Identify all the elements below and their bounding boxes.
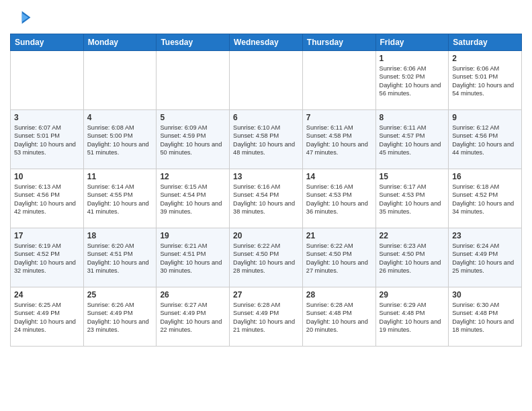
day-number: 13 [233,172,299,181]
day-cell-5: 5Sunrise: 6:09 AM Sunset: 4:59 PM Daylig… [157,110,230,169]
day-info: Sunrise: 6:30 AM Sunset: 4:48 PM Dayligh… [452,301,518,334]
week-row-4: 17Sunrise: 6:19 AM Sunset: 4:52 PM Dayli… [11,228,522,287]
day-cell-29: 29Sunrise: 6:29 AM Sunset: 4:48 PM Dayli… [375,287,449,347]
day-number: 5 [160,113,226,122]
day-number: 10 [14,172,80,181]
day-cell-28: 28Sunrise: 6:28 AM Sunset: 4:48 PM Dayli… [302,287,375,347]
day-info: Sunrise: 6:15 AM Sunset: 4:54 PM Dayligh… [160,183,226,216]
empty-cell [302,51,375,110]
day-info: Sunrise: 6:22 AM Sunset: 4:50 PM Dayligh… [233,242,299,275]
week-row-1: 1Sunrise: 6:06 AM Sunset: 5:02 PM Daylig… [11,51,522,110]
day-info: Sunrise: 6:25 AM Sunset: 4:49 PM Dayligh… [14,301,80,334]
day-cell-10: 10Sunrise: 6:13 AM Sunset: 4:56 PM Dayli… [11,169,84,228]
day-info: Sunrise: 6:16 AM Sunset: 4:54 PM Dayligh… [233,183,299,216]
day-number: 28 [306,290,372,300]
weekday-header-saturday: Saturday [449,34,522,51]
day-info: Sunrise: 6:08 AM Sunset: 5:00 PM Dayligh… [87,124,153,157]
day-cell-27: 27Sunrise: 6:28 AM Sunset: 4:49 PM Dayli… [230,287,303,347]
weekday-header-friday: Friday [375,34,449,51]
day-info: Sunrise: 6:14 AM Sunset: 4:55 PM Dayligh… [87,183,153,216]
empty-cell [11,51,84,110]
weekday-header-monday: Monday [83,34,157,51]
day-cell-17: 17Sunrise: 6:19 AM Sunset: 4:52 PM Dayli… [11,228,84,287]
day-info: Sunrise: 6:11 AM Sunset: 4:58 PM Dayligh… [306,124,372,157]
empty-cell [83,51,157,110]
day-number: 29 [380,290,445,300]
day-number: 2 [452,54,518,63]
day-number: 22 [380,231,445,240]
day-number: 19 [160,231,226,240]
day-number: 3 [14,113,80,122]
day-cell-23: 23Sunrise: 6:24 AM Sunset: 4:49 PM Dayli… [449,228,522,287]
day-info: Sunrise: 6:09 AM Sunset: 4:59 PM Dayligh… [160,124,226,157]
day-cell-24: 24Sunrise: 6:25 AM Sunset: 4:49 PM Dayli… [11,287,84,347]
weekday-header-wednesday: Wednesday [230,34,303,51]
empty-cell [230,51,303,110]
day-number: 12 [160,172,226,181]
day-info: Sunrise: 6:18 AM Sunset: 4:52 PM Dayligh… [452,183,518,216]
week-row-5: 24Sunrise: 6:25 AM Sunset: 4:49 PM Dayli… [11,287,522,347]
day-cell-19: 19Sunrise: 6:21 AM Sunset: 4:51 PM Dayli… [157,228,230,287]
day-cell-2: 2Sunrise: 6:06 AM Sunset: 5:01 PM Daylig… [449,51,522,110]
calendar-table: SundayMondayTuesdayWednesdayThursdayFrid… [10,34,522,347]
empty-cell [157,51,230,110]
week-row-3: 10Sunrise: 6:13 AM Sunset: 4:56 PM Dayli… [11,169,522,228]
day-cell-8: 8Sunrise: 6:11 AM Sunset: 4:57 PM Daylig… [375,110,449,169]
day-number: 7 [306,113,372,122]
page: SundayMondayTuesdayWednesdayThursdayFrid… [0,0,532,357]
day-cell-15: 15Sunrise: 6:17 AM Sunset: 4:53 PM Dayli… [375,169,449,228]
day-cell-14: 14Sunrise: 6:16 AM Sunset: 4:53 PM Dayli… [302,169,375,228]
day-number: 15 [380,172,445,181]
day-cell-6: 6Sunrise: 6:10 AM Sunset: 4:58 PM Daylig… [230,110,303,169]
day-number: 21 [306,231,372,240]
day-cell-12: 12Sunrise: 6:15 AM Sunset: 4:54 PM Dayli… [157,169,230,228]
day-cell-3: 3Sunrise: 6:07 AM Sunset: 5:01 PM Daylig… [11,110,84,169]
week-row-2: 3Sunrise: 6:07 AM Sunset: 5:01 PM Daylig… [11,110,522,169]
logo-icon [10,7,32,28]
day-info: Sunrise: 6:29 AM Sunset: 4:48 PM Dayligh… [380,301,445,334]
day-info: Sunrise: 6:28 AM Sunset: 4:49 PM Dayligh… [233,301,299,334]
day-info: Sunrise: 6:06 AM Sunset: 5:01 PM Dayligh… [452,64,518,98]
day-number: 11 [87,172,153,181]
day-info: Sunrise: 6:24 AM Sunset: 4:49 PM Dayligh… [452,242,518,275]
day-cell-7: 7Sunrise: 6:11 AM Sunset: 4:58 PM Daylig… [302,110,375,169]
day-number: 16 [452,172,518,181]
day-cell-30: 30Sunrise: 6:30 AM Sunset: 4:48 PM Dayli… [449,287,522,347]
day-cell-11: 11Sunrise: 6:14 AM Sunset: 4:55 PM Dayli… [83,169,157,228]
day-cell-13: 13Sunrise: 6:16 AM Sunset: 4:54 PM Dayli… [230,169,303,228]
day-info: Sunrise: 6:16 AM Sunset: 4:53 PM Dayligh… [306,183,372,216]
day-number: 8 [380,113,445,122]
day-number: 27 [233,290,299,300]
day-info: Sunrise: 6:20 AM Sunset: 4:51 PM Dayligh… [87,242,153,275]
day-cell-26: 26Sunrise: 6:27 AM Sunset: 4:49 PM Dayli… [157,287,230,347]
day-info: Sunrise: 6:13 AM Sunset: 4:56 PM Dayligh… [14,183,80,216]
day-info: Sunrise: 6:10 AM Sunset: 4:58 PM Dayligh… [233,124,299,157]
day-info: Sunrise: 6:17 AM Sunset: 4:53 PM Dayligh… [380,183,445,216]
day-cell-18: 18Sunrise: 6:20 AM Sunset: 4:51 PM Dayli… [83,228,157,287]
logo [10,7,34,28]
day-info: Sunrise: 6:26 AM Sunset: 4:49 PM Dayligh… [87,301,153,334]
day-info: Sunrise: 6:22 AM Sunset: 4:50 PM Dayligh… [306,242,372,275]
day-number: 14 [306,172,372,181]
day-number: 23 [452,231,518,240]
day-cell-1: 1Sunrise: 6:06 AM Sunset: 5:02 PM Daylig… [375,51,449,110]
day-info: Sunrise: 6:06 AM Sunset: 5:02 PM Dayligh… [380,64,445,98]
day-info: Sunrise: 6:28 AM Sunset: 4:48 PM Dayligh… [306,301,372,334]
day-number: 26 [160,290,226,300]
day-number: 30 [452,290,518,300]
day-number: 20 [233,231,299,240]
day-info: Sunrise: 6:12 AM Sunset: 4:56 PM Dayligh… [452,124,518,157]
day-number: 24 [14,290,80,300]
day-info: Sunrise: 6:07 AM Sunset: 5:01 PM Dayligh… [14,124,80,157]
weekday-header-sunday: Sunday [11,34,84,51]
day-number: 25 [87,290,153,300]
weekday-header-thursday: Thursday [302,34,375,51]
day-info: Sunrise: 6:11 AM Sunset: 4:57 PM Dayligh… [380,124,445,157]
calendar-body: 1Sunrise: 6:06 AM Sunset: 5:02 PM Daylig… [11,51,522,347]
day-number: 9 [452,113,518,122]
day-info: Sunrise: 6:27 AM Sunset: 4:49 PM Dayligh… [160,301,226,334]
day-cell-20: 20Sunrise: 6:22 AM Sunset: 4:50 PM Dayli… [230,228,303,287]
day-number: 1 [380,54,445,63]
day-info: Sunrise: 6:19 AM Sunset: 4:52 PM Dayligh… [14,242,80,275]
day-cell-22: 22Sunrise: 6:23 AM Sunset: 4:50 PM Dayli… [375,228,449,287]
